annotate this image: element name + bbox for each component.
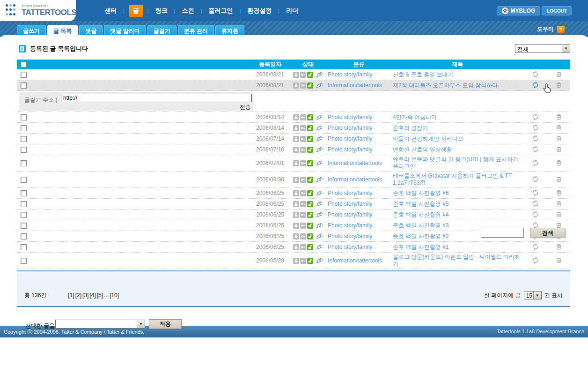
unlock-icon[interactable]	[307, 114, 313, 120]
refresh-icon[interactable]	[532, 71, 539, 78]
post-title-link[interactable]: 블로그 방문(카운트) 이벤트 알림 - 싸이월드 따라하기	[393, 254, 522, 268]
trash-icon[interactable]	[555, 135, 563, 142]
post-category-link[interactable]: Information/tattertools	[328, 160, 382, 166]
key-icon[interactable]	[300, 72, 306, 78]
post-title-link[interactable]: 준호 백일 사진촬영 #5	[393, 201, 448, 208]
category-filter-select[interactable]: 전체	[515, 44, 570, 53]
page-link[interactable]: [5]	[97, 292, 103, 299]
post-title-link[interactable]: 준호의 성장기	[393, 125, 428, 132]
lock-icon[interactable]	[293, 82, 299, 89]
refresh-icon[interactable]	[532, 146, 539, 153]
trash-icon[interactable]	[555, 71, 563, 78]
trash-icon[interactable]	[555, 243, 563, 251]
post-category-link[interactable]: Photo story/family	[328, 244, 372, 250]
post-category-link[interactable]: Photo story/family	[328, 71, 372, 78]
refresh-icon[interactable]	[532, 243, 539, 251]
publish-icon[interactable]	[316, 233, 323, 240]
logout-button[interactable]: LOGOUT	[542, 6, 572, 15]
nav-item-7[interactable]: 리더	[284, 5, 301, 17]
lock-icon[interactable]	[293, 244, 299, 250]
key-icon[interactable]	[300, 82, 306, 89]
help-link[interactable]: 도우미	[537, 25, 554, 33]
key-icon[interactable]	[300, 212, 306, 218]
key-icon[interactable]	[300, 190, 306, 196]
publish-icon[interactable]	[316, 211, 323, 218]
unlock-icon[interactable]	[307, 190, 313, 196]
question-icon[interactable]: ?	[557, 26, 565, 33]
post-title-link[interactable]: 선호 & 준호 휴일 보내기	[393, 71, 453, 78]
refresh-icon[interactable]	[532, 82, 539, 89]
row-checkbox[interactable]	[21, 136, 27, 142]
lock-icon[interactable]	[293, 136, 299, 142]
trash-icon[interactable]	[555, 200, 563, 208]
publish-icon[interactable]	[316, 82, 323, 89]
unlock-icon[interactable]	[307, 233, 313, 239]
post-category-link[interactable]: Photo story/family	[328, 201, 372, 207]
lock-icon[interactable]	[293, 190, 299, 196]
trash-icon[interactable]	[555, 82, 563, 89]
apply-button[interactable]: 적용	[149, 319, 182, 329]
lock-icon[interactable]	[293, 212, 299, 218]
row-checkbox[interactable]	[21, 147, 27, 153]
post-title-link[interactable]: 변화된 선호의 일상생활	[393, 146, 452, 153]
post-category-link[interactable]: Photo story/family	[328, 190, 372, 196]
key-icon[interactable]	[300, 223, 306, 229]
post-category-link[interactable]: Photo story/family	[328, 135, 372, 142]
publish-icon[interactable]	[316, 201, 323, 208]
nav-item-2[interactable]: 글	[129, 5, 143, 17]
key-icon[interactable]	[300, 114, 306, 120]
unlock-icon[interactable]	[307, 177, 313, 183]
post-category-link[interactable]: Photo story/family	[328, 233, 372, 239]
post-category-link[interactable]: Photo story/family	[328, 114, 372, 120]
refresh-icon[interactable]	[532, 176, 539, 183]
unlock-icon[interactable]	[307, 160, 313, 166]
logo[interactable]: Brand yourself ! TATTERTOOLS	[0, 0, 76, 21]
key-icon[interactable]	[300, 244, 306, 250]
post-title-link[interactable]: 준호 백일 사진촬영 #6	[393, 190, 448, 197]
lock-icon[interactable]	[293, 258, 299, 264]
row-checkbox[interactable]	[21, 258, 27, 264]
publish-icon[interactable]	[316, 222, 323, 229]
unlock-icon[interactable]	[307, 212, 313, 218]
unlock-icon[interactable]	[307, 201, 313, 207]
row-checkbox[interactable]	[21, 190, 27, 196]
page-link[interactable]: [3]	[82, 292, 88, 299]
post-title-link[interactable]: 준호 백일 사진촬영 #2	[393, 233, 448, 240]
refresh-icon[interactable]	[532, 257, 539, 264]
lock-icon[interactable]	[293, 177, 299, 183]
row-checkbox[interactable]	[21, 82, 27, 89]
key-icon[interactable]	[300, 177, 306, 183]
search-input[interactable]	[481, 228, 524, 238]
post-title-link[interactable]: 준호 백일 사진촬영 #3	[393, 222, 448, 229]
lock-icon[interactable]	[293, 72, 299, 78]
post-category-link[interactable]: Photo story/family	[328, 146, 372, 153]
row-checkbox[interactable]	[21, 125, 27, 131]
page-link[interactable]: [2]	[75, 292, 81, 299]
trash-icon[interactable]	[555, 257, 563, 264]
publish-icon[interactable]	[316, 160, 323, 167]
row-checkbox[interactable]	[21, 244, 27, 250]
unlock-icon[interactable]	[307, 125, 313, 131]
post-title-link[interactable]: 4인가족 여름나기	[393, 114, 437, 121]
trash-icon[interactable]	[555, 124, 563, 132]
unlock-icon[interactable]	[307, 136, 313, 142]
lock-icon[interactable]	[293, 114, 299, 120]
lock-icon[interactable]	[293, 160, 299, 166]
bulk-action-select[interactable]	[55, 320, 145, 329]
trash-icon[interactable]	[555, 176, 563, 183]
refresh-icon[interactable]	[532, 200, 539, 208]
row-checkbox[interactable]	[21, 233, 27, 239]
post-title-link[interactable]: 엔트리 본문과 댓글의 긴 링크(URL) 짧게 표시하기 플러그인	[393, 156, 522, 170]
key-icon[interactable]	[300, 147, 306, 153]
unlock-icon[interactable]	[307, 258, 313, 264]
post-title-link[interactable]: 아들아 건강하게만 자라다오	[393, 135, 463, 142]
refresh-icon[interactable]	[532, 159, 539, 167]
lock-icon[interactable]	[293, 201, 299, 207]
lock-icon[interactable]	[293, 125, 299, 131]
publish-icon[interactable]	[316, 190, 323, 197]
trash-icon[interactable]	[555, 159, 563, 167]
key-icon[interactable]	[300, 258, 306, 264]
key-icon[interactable]	[300, 125, 306, 131]
refresh-icon[interactable]	[532, 135, 539, 142]
trash-icon[interactable]	[555, 113, 563, 121]
